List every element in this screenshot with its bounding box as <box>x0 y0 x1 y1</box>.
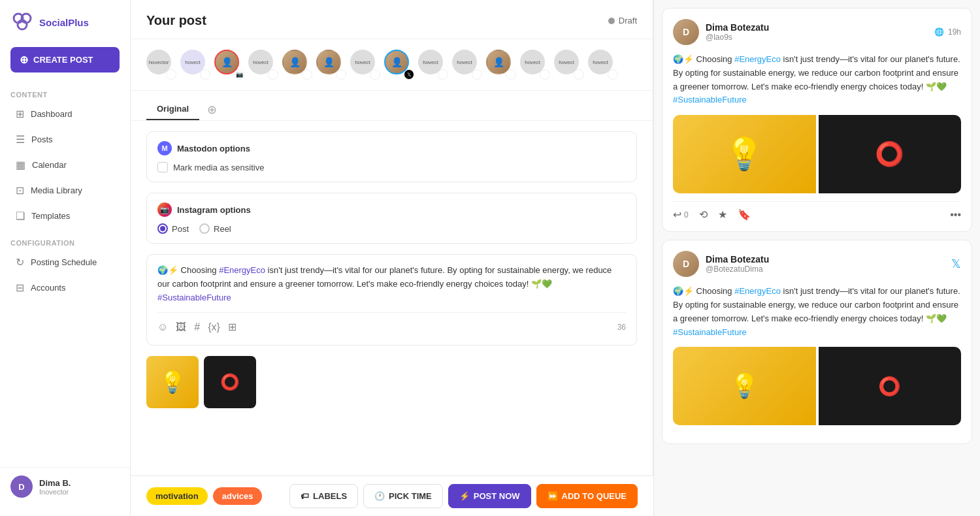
preview2-bulb-icon: 💡 <box>730 372 759 400</box>
preview-card1-handle: @lao9s <box>706 33 769 42</box>
account-avatar-li1[interactable]: hovect in <box>520 50 550 80</box>
twitter-platform-badge: 𝕏 <box>951 257 961 271</box>
account-avatar-ig1[interactable]: 👤 📷 <box>214 50 244 80</box>
sidebar-item-posting-schedule[interactable]: ↻ Posting Schedule <box>5 250 125 275</box>
tab-original[interactable]: Original <box>146 99 199 120</box>
preview-more-action[interactable]: ••• <box>950 209 961 221</box>
clock-icon: 🕐 <box>374 491 385 501</box>
post-title: Your post <box>146 13 206 28</box>
sidebar-item-accounts[interactable]: ⊟ Accounts <box>5 275 125 300</box>
accounts-row: hovector f hovect f 👤 📷 hovect <box>131 39 653 91</box>
account-avatar-li2[interactable]: hovect in <box>554 50 584 80</box>
editor-prefix: 🌍⚡ Choosing <box>157 265 219 275</box>
tag-motivation[interactable]: motivation <box>146 487 208 505</box>
posting-schedule-icon: ↻ <box>16 256 24 268</box>
post-now-label: POST NOW <box>474 491 520 501</box>
thumb-yellow[interactable]: 💡 <box>146 356 199 408</box>
post-now-button[interactable]: ⚡ POST NOW <box>448 484 531 508</box>
sidebar: SocialPlus ⊕ CREATE POST Content ⊞ Dashb… <box>0 0 131 516</box>
draft-dot <box>608 18 615 24</box>
preview-star-action[interactable]: ★ <box>718 208 727 221</box>
editor-toolbar: ☺ 🖼 # {x} ⊞ 36 <box>157 312 626 333</box>
radio-post[interactable]: Post <box>157 223 189 234</box>
mastodon-options-label: Mastodon options <box>177 144 250 153</box>
account-avatar-fb1[interactable]: hovector f <box>146 50 176 80</box>
pick-time-button[interactable]: 🕐 PICK TIME <box>363 484 443 508</box>
radio-reel[interactable]: Reel <box>199 223 231 234</box>
account-avatar-tw1[interactable]: 👤 𝕏 <box>384 50 414 80</box>
ring-icon: ⭕ <box>220 373 240 391</box>
pick-time-label: PICK TIME <box>389 491 432 501</box>
editor-area: Your post Draft hovector f hovect f <box>131 0 653 516</box>
sidebar-item-templates[interactable]: ❑ Templates <box>5 203 125 229</box>
preview-card2-user: D Dima Botezatu @BotezatuDima <box>673 251 769 277</box>
logo-area: SocialPlus <box>0 10 130 47</box>
labels-button[interactable]: 🏷 LABELS <box>289 484 358 508</box>
preview-bookmark-action[interactable]: 🔖 <box>738 208 751 221</box>
account-avatar-yt2[interactable]: hovect ▶ <box>452 50 482 80</box>
thumb-dark[interactable]: ⭕ <box>204 356 256 408</box>
sidebar-item-calendar[interactable]: ▦ Calendar <box>5 152 125 178</box>
account-avatar-yt1[interactable]: 👤 ▶ <box>316 50 346 80</box>
preview-reply-action[interactable]: ↩ 0 <box>673 208 689 221</box>
account-avatar-fb4[interactable]: hovect f <box>418 50 448 80</box>
image-icon[interactable]: 🖼 <box>176 321 186 333</box>
tag-advices[interactable]: advices <box>213 487 263 505</box>
preview-card1-meta: 🌐 19h <box>934 27 961 37</box>
platform-badge-li1: in <box>540 69 550 80</box>
preview-card-twitter: D Dima Botezatu @BotezatuDima 𝕏 🌍⚡ Choos… <box>662 240 972 444</box>
sidebar-label-accounts: Accounts <box>31 283 65 293</box>
media-library-icon: ⊡ <box>16 184 24 197</box>
radio-reel-circle[interactable] <box>199 223 210 234</box>
variable-icon[interactable]: {x} <box>208 321 220 333</box>
sidebar-label-posting-schedule: Posting Schedule <box>31 257 97 267</box>
preview-img-yellow2: 💡 <box>673 347 816 425</box>
account-avatar-ma1[interactable]: 👤 M <box>282 50 312 80</box>
instagram-options-label: Instagram options <box>177 205 251 215</box>
account-avatar-pi1[interactable]: hovect P <box>350 50 380 80</box>
right-panel: D Dima Botezatu @lao9s 🌐 19h 🌍⚡ Choosing… <box>653 0 980 516</box>
reply-count: 0 <box>684 210 689 219</box>
emoji-icon[interactable]: ☺ <box>157 321 168 333</box>
mark-sensitive-checkbox[interactable] <box>157 162 168 172</box>
mastodon-mark-sensitive-row[interactable]: Mark media as sensitive <box>157 162 626 172</box>
create-post-label: CREATE POST <box>33 55 93 65</box>
sidebar-label-media-library: Media Library <box>31 185 82 195</box>
bolt-icon: ⚡ <box>459 491 470 501</box>
editor-hashtag2: #SustainableFuture <box>157 293 231 302</box>
preview-ring-icon: ⭕ <box>875 140 904 168</box>
sidebar-bottom: D Dima B. Inovector <box>0 467 130 506</box>
preview-card1-header: D Dima Botezatu @lao9s 🌐 19h <box>673 19 961 45</box>
preview-card1-images: 💡 ⭕ <box>673 115 961 193</box>
mark-sensitive-label: Mark media as sensitive <box>173 163 264 172</box>
preview2-hashtag1: #EnergyEco <box>734 286 781 296</box>
mastodon-icon: M <box>157 141 172 155</box>
text-editor[interactable]: 🌍⚡ Choosing #EnergyEco isn't just trendy… <box>146 254 637 346</box>
logo-icon <box>10 10 34 34</box>
user-avatar: D <box>10 476 33 498</box>
sidebar-item-dashboard[interactable]: ⊞ Dashboard <box>5 101 125 127</box>
more-icon: ••• <box>950 209 961 221</box>
sidebar-item-media-library[interactable]: ⊡ Media Library <box>5 178 125 203</box>
account-avatar-fb3[interactable]: hovect f <box>248 50 278 80</box>
platform-badge-tw: 𝕏 <box>404 69 414 80</box>
radio-post-circle[interactable] <box>157 223 168 234</box>
account-avatar-fb2[interactable]: hovect f <box>180 50 210 80</box>
layout-icon[interactable]: ⊞ <box>228 321 237 333</box>
sidebar-item-posts[interactable]: ☰ Posts <box>5 127 125 152</box>
add-to-queue-button[interactable]: ⏩ ADD TO QUEUE <box>536 484 638 508</box>
account-avatar-tk1[interactable]: 👤 T <box>486 50 516 80</box>
platform-badge-pi: P <box>370 69 380 80</box>
preview-repost-action[interactable]: ⟲ <box>699 208 708 221</box>
hashtag-icon[interactable]: # <box>194 321 200 333</box>
tabs-row: Original ⊕ <box>131 91 653 121</box>
account-avatar-li3[interactable]: hovect in <box>588 50 618 80</box>
preview-card1-user: D Dima Botezatu @lao9s <box>673 19 769 45</box>
post-header: Your post Draft <box>131 0 653 39</box>
create-post-button[interactable]: ⊕ CREATE POST <box>10 47 120 73</box>
preview-card1-user-info: Dima Botezatu @lao9s <box>706 22 769 42</box>
instagram-options-header: 📷 Instagram options <box>157 202 626 217</box>
tab-add-button[interactable]: ⊕ <box>202 100 222 120</box>
reply-icon: ↩ <box>673 208 681 221</box>
sidebar-label-posts: Posts <box>31 135 53 144</box>
